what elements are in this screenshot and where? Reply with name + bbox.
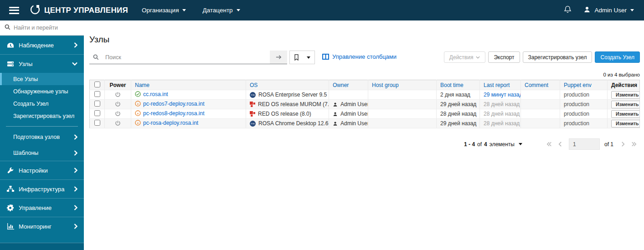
sidebar-item-label: Узлы: [19, 61, 32, 67]
first-page-button[interactable]: [543, 142, 555, 147]
host-search-input[interactable]: [102, 54, 270, 61]
bookmark-button[interactable]: [290, 51, 303, 64]
sidebar-item-create-host[interactable]: Создать Узел: [0, 97, 84, 110]
location-dropdown[interactable]: Датацентр: [202, 7, 240, 14]
chevron-right-icon: [74, 134, 77, 140]
sidebar-subitem-label: Обнаруженные узлы: [13, 88, 68, 95]
bell-icon[interactable]: [564, 5, 572, 15]
per-page-dropdown[interactable]: 1 - 4 of 4 элементы: [464, 141, 522, 148]
prev-page-button[interactable]: [555, 142, 565, 147]
sidebar-subitem-label: Зарегистрировать узел: [13, 113, 74, 119]
server-icon: [6, 61, 14, 67]
sidebar-search-input[interactable]: [14, 25, 73, 31]
os-name: RED OS release (8.0): [258, 111, 311, 117]
org-dropdown-label: Организация: [142, 7, 179, 14]
sidebar-item-templates[interactable]: Шаблоны: [0, 145, 84, 161]
pagination: 1 - 4 of 4 элементы of 1: [89, 138, 640, 150]
status-warning-icon: [135, 120, 141, 126]
redos-os-icon: [250, 111, 255, 117]
row-checkbox[interactable]: [94, 110, 100, 116]
sidebar-item-monitor[interactable]: Наблюдение: [0, 36, 84, 54]
sidebar-item-label: Наблюдение: [19, 42, 54, 49]
column-header-boot-time[interactable]: Boot time: [437, 80, 480, 90]
columns-icon: [322, 54, 329, 60]
boot-time-cell: 29 дней назад: [440, 120, 476, 127]
sidebar-item-all-hosts[interactable]: Все Узлы: [0, 73, 84, 85]
power-status-icon: [115, 111, 121, 117]
sidebar-item-hosts[interactable]: Узлы: [0, 54, 84, 73]
host-name-link[interactable]: pc-redos8-deploy.rosa.int: [135, 110, 205, 117]
next-page-button[interactable]: [618, 142, 628, 147]
host-name-link[interactable]: pc-redos7-deploy.rosa.int: [135, 101, 205, 107]
actions-dropdown-button[interactable]: Действия: [444, 51, 486, 63]
chevron-right-icon: [74, 224, 77, 229]
brand-title: ЦЕНТР УПРАВЛЕНИЯ: [44, 6, 128, 15]
sidebar-item-label: Мониторинг: [19, 223, 52, 230]
status-warning-icon: [135, 110, 141, 116]
owner-cell: Admin User: [333, 101, 364, 107]
sidebar-subitem-label: Подготовка узлов: [13, 134, 60, 140]
export-button[interactable]: Экспорт: [488, 51, 520, 63]
sidebar-item-administer[interactable]: Управление: [0, 198, 84, 217]
sidebar-item-infrastructure[interactable]: Инфраструктура: [0, 179, 84, 198]
gear-icon: [6, 204, 14, 211]
manage-columns-label: Управление столбцами: [332, 53, 397, 60]
bookmark-dropdown-button[interactable]: [303, 51, 314, 64]
puppet-env-cell: production: [564, 101, 589, 107]
brand-logo[interactable]: ЦЕНТР УПРАВЛЕНИЯ: [29, 4, 128, 17]
column-header-host-group[interactable]: Host group: [368, 80, 437, 90]
search-submit-button[interactable]: [270, 51, 287, 64]
rosa-os-icon: ROSA: [250, 121, 256, 127]
last-page-button[interactable]: [628, 142, 640, 147]
owner-name: Admin User: [340, 101, 368, 107]
row-checkbox[interactable]: [94, 120, 100, 126]
edit-button[interactable]: Изменить: [611, 91, 640, 99]
owner-cell: Admin User: [333, 111, 364, 117]
row-checkbox[interactable]: [94, 101, 100, 107]
manage-columns-button[interactable]: Управление столбцами: [322, 53, 397, 60]
column-header-name[interactable]: Name: [131, 80, 246, 90]
os-cell: RED OS release (8.0): [250, 111, 325, 117]
user-icon: [583, 6, 591, 15]
pagination-items-word: элементы: [489, 141, 515, 148]
row-checkbox[interactable]: [94, 91, 100, 97]
sidebar-item-provisioning[interactable]: Подготовка узлов: [0, 129, 84, 145]
selected-count: 0 из 4 выбрано: [89, 72, 640, 77]
host-name: pc-rosa-deploy.rosa.int: [143, 120, 198, 126]
host-name-link[interactable]: cc.rosa.int: [135, 91, 168, 97]
column-header-comment[interactable]: Comment: [521, 80, 560, 90]
masthead: ЦЕНТР УПРАВЛЕНИЯ Организация Датацентр A…: [0, 0, 644, 20]
sidebar-item-monitoring[interactable]: Мониторинг: [0, 217, 84, 235]
edit-button[interactable]: Изменить: [611, 110, 640, 118]
hamburger-menu-icon[interactable]: [9, 7, 19, 14]
user-menu[interactable]: Admin User: [583, 6, 634, 15]
select-all-checkbox[interactable]: [94, 82, 100, 87]
puppet-env-cell: production: [564, 120, 589, 127]
create-host-button[interactable]: Создать Узел: [595, 51, 640, 63]
sidebar-item-register-host[interactable]: Зарегистрировать узел: [0, 110, 84, 122]
edit-button[interactable]: Изменить: [611, 120, 640, 128]
column-header-last-report[interactable]: Last report: [480, 80, 521, 90]
org-dropdown[interactable]: Организация: [142, 7, 186, 14]
bar-chart-icon: [6, 223, 14, 230]
pagination-total: 4: [484, 141, 487, 148]
edit-button[interactable]: Изменить: [611, 101, 640, 108]
column-header-os[interactable]: OS: [246, 80, 329, 90]
host-name-link[interactable]: pc-rosa-deploy.rosa.int: [135, 120, 198, 126]
host-name: pc-redos7-deploy.rosa.int: [143, 101, 205, 107]
register-host-button[interactable]: Зарегистрировать узел: [523, 51, 592, 63]
sidebar-item-settings[interactable]: Настройки: [0, 161, 84, 179]
owner-name: Admin User: [340, 111, 368, 117]
owner-name: Admin User: [340, 120, 368, 127]
os-name: RED OS release MUROM (7...: [258, 101, 329, 107]
page-number-input[interactable]: [569, 138, 600, 150]
column-header-owner[interactable]: Owner: [329, 80, 368, 90]
sidebar-subitem-label: Создать Узел: [13, 101, 49, 107]
pagination-range: 1 - 4: [464, 141, 475, 148]
last-report-link[interactable]: 29 минут назад: [484, 92, 521, 98]
redos-os-icon: [250, 102, 255, 107]
host-name: cc.rosa.int: [143, 91, 168, 97]
action-buttons: Действия Экспорт Зарегистрировать узел С…: [444, 51, 640, 63]
sidebar-item-discovered-hosts[interactable]: Обнаруженные узлы: [0, 85, 84, 97]
column-header-puppet-env[interactable]: Puppet env: [560, 80, 608, 90]
